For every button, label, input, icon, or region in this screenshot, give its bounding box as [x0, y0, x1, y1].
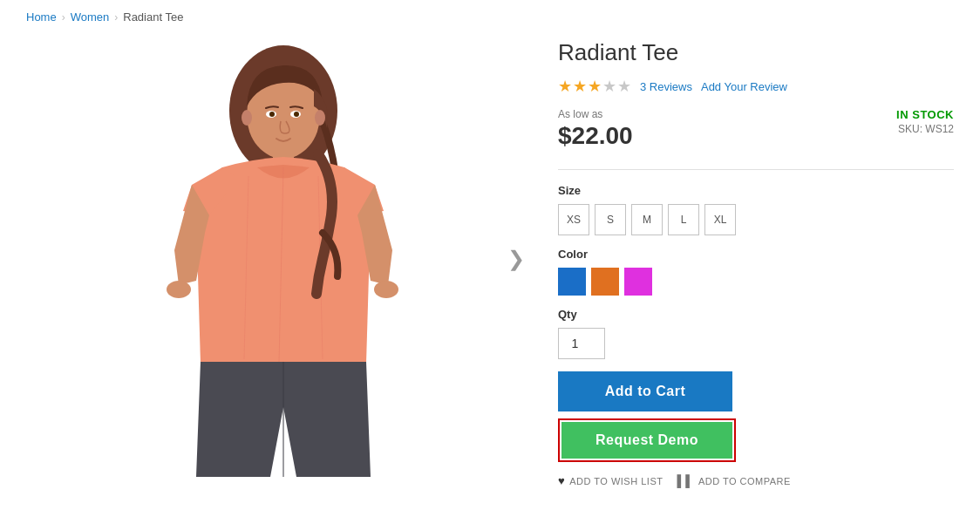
size-xl[interactable]: XL	[704, 204, 736, 235]
add-to-compare-link[interactable]: ▌▌ ADD TO COMPARE	[677, 474, 790, 487]
model-svg	[144, 41, 423, 477]
add-to-wishlist-link[interactable]: ♥ ADD TO WISH LIST	[558, 474, 663, 487]
size-options: XS S M L XL	[558, 204, 954, 235]
compare-label: ADD TO COMPARE	[698, 476, 791, 486]
svg-point-9	[294, 112, 299, 117]
breadcrumb-sep-2: ›	[114, 11, 118, 24]
product-image	[48, 37, 519, 481]
price-section: As low as $22.00	[558, 108, 633, 150]
breadcrumb-home[interactable]: Home	[26, 10, 57, 24]
svg-point-10	[167, 281, 191, 298]
product-details: Radiant Tee ★ ★ ★ ★ ★ 3 Reviews Add Your…	[541, 31, 954, 487]
as-low-as-label: As low as	[558, 108, 633, 120]
color-orange[interactable]	[591, 268, 619, 296]
star-1: ★	[558, 77, 572, 96]
size-m[interactable]: M	[631, 204, 663, 235]
add-review-link[interactable]: Add Your Review	[701, 80, 787, 93]
stock-status: IN STOCK	[896, 108, 954, 121]
star-rating: ★ ★ ★ ★ ★	[558, 77, 631, 96]
star-2: ★	[573, 77, 587, 96]
divider	[558, 169, 954, 170]
rating-row: ★ ★ ★ ★ ★ 3 Reviews Add Your Review	[558, 77, 954, 96]
sku-info: SKU: WS12	[896, 123, 954, 135]
color-label: Color	[558, 248, 954, 261]
request-demo-wrapper: Request Demo	[558, 418, 736, 462]
compare-icon: ▌▌	[677, 474, 693, 487]
size-s[interactable]: S	[595, 204, 626, 235]
color-options	[558, 268, 954, 296]
svg-point-4	[242, 110, 252, 126]
star-4: ★	[602, 77, 616, 96]
breadcrumb: Home › Women › Radiant Tee	[26, 0, 954, 31]
main-content: ❯ Radiant Tee ★ ★ ★ ★ ★ 3 Reviews Add Yo…	[26, 31, 954, 487]
color-blue[interactable]	[558, 268, 586, 296]
breadcrumb-sep-1: ›	[62, 11, 65, 24]
size-section: Size XS S M L XL	[558, 184, 954, 235]
star-3: ★	[588, 77, 602, 96]
svg-point-11	[374, 281, 398, 298]
qty-section: Qty	[558, 308, 954, 359]
request-demo-button[interactable]: Request Demo	[561, 422, 732, 459]
star-5: ★	[617, 77, 631, 96]
product-price: $22.00	[558, 122, 633, 150]
breadcrumb-women[interactable]: Women	[71, 10, 110, 24]
product-image-area: ❯	[26, 31, 541, 487]
size-l[interactable]: L	[668, 204, 699, 235]
qty-input[interactable]	[558, 328, 605, 359]
size-label: Size	[558, 184, 954, 197]
size-xs[interactable]: XS	[558, 204, 589, 235]
heart-icon: ♥	[558, 474, 565, 487]
add-to-cart-button[interactable]: Add to Cart	[558, 371, 732, 411]
product-title: Radiant Tee	[558, 39, 954, 66]
breadcrumb-current: Radiant Tee	[123, 10, 183, 24]
next-arrow[interactable]: ❯	[500, 243, 532, 275]
color-magenta[interactable]	[624, 268, 652, 296]
svg-point-5	[315, 110, 325, 126]
qty-label: Qty	[558, 308, 954, 321]
sku-value: WS12	[925, 123, 954, 135]
page-wrapper: Home › Women › Radiant Tee	[0, 0, 980, 510]
stock-info: IN STOCK SKU: WS12	[896, 108, 954, 135]
svg-point-8	[269, 112, 275, 117]
reviews-link[interactable]: 3 Reviews	[640, 80, 692, 93]
sku-label: SKU:	[898, 123, 922, 135]
wishlist-label: ADD TO WISH LIST	[569, 476, 663, 486]
chevron-right-icon: ❯	[507, 247, 525, 271]
bottom-links: ♥ ADD TO WISH LIST ▌▌ ADD TO COMPARE	[558, 474, 954, 487]
price-stock-row: As low as $22.00 IN STOCK SKU: WS12	[558, 108, 954, 155]
color-section: Color	[558, 248, 954, 296]
